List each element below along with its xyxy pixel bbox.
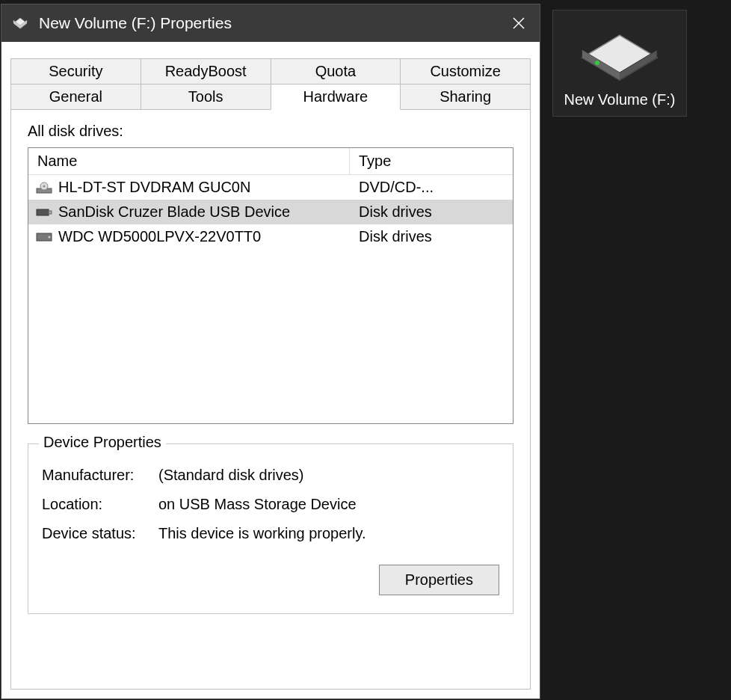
tab-hardware[interactable]: Hardware [271,84,401,110]
desktop-drive-icon[interactable]: New Volume (F:) [553,10,686,116]
hdd-icon [36,230,52,244]
external-drive-icon [575,16,664,84]
properties-button[interactable]: Properties [379,565,499,595]
device-properties-group: Device Properties Manufacturer: (Standar… [28,443,513,614]
all-drives-label: All disk drives: [28,123,513,140]
tab-sharing[interactable]: Sharing [400,84,531,110]
column-header-name[interactable]: Name [28,148,350,174]
tab-quota[interactable]: Quota [271,58,401,85]
drive-type: DVD/CD-... [350,177,513,197]
tab-strip: Security ReadyBoost Quota Customize Gene… [10,58,531,110]
manufacturer-value: (Standard disk drives) [158,467,499,484]
tab-general[interactable]: General [10,84,141,110]
svg-point-10 [49,236,51,238]
usb-drive-icon [36,206,52,219]
drives-listview[interactable]: Name Type HL-DT-ST DVDRAM GUC0N [28,147,513,424]
drive-row[interactable]: WDC WD5000LPVX-22V0TT0 Disk drives [28,224,513,249]
svg-point-14 [595,61,599,65]
close-button[interactable] [498,4,540,42]
tab-tools[interactable]: Tools [141,84,271,110]
location-label: Location: [42,496,158,513]
titlebar: New Volume (F:) Properties [1,4,540,42]
drive-name: HL-DT-ST DVDRAM GUC0N [58,179,250,196]
device-properties-title: Device Properties [39,434,166,451]
window-title: New Volume (F:) Properties [39,14,232,32]
drive-name: SanDisk Cruzer Blade USB Device [58,203,290,221]
properties-dialog: New Volume (F:) Properties Security Read… [1,4,540,699]
drive-icon [12,15,28,31]
tab-content-hardware: All disk drives: Name Type [10,109,531,690]
location-value: on USB Mass Storage Device [158,496,499,513]
optical-drive-icon [36,181,52,194]
manufacturer-label: Manufacturer: [42,467,158,484]
drive-row[interactable]: SanDisk Cruzer Blade USB Device Disk dri… [28,200,513,224]
tab-security[interactable]: Security [10,58,141,85]
tab-readyboost[interactable]: ReadyBoost [141,58,271,85]
tab-customize[interactable]: Customize [400,58,531,85]
drive-type: Disk drives [350,202,513,222]
desktop-drive-label: New Volume (F:) [556,91,683,108]
svg-rect-7 [37,209,49,215]
svg-rect-8 [49,211,52,214]
drive-name: WDC WD5000LPVX-22V0TT0 [58,228,261,245]
status-value: This device is working properly. [158,525,499,542]
dialog-body: Security ReadyBoost Quota Customize Gene… [1,42,540,699]
listview-header: Name Type [28,148,513,175]
column-header-type[interactable]: Type [350,148,513,174]
svg-point-6 [43,185,46,187]
drive-type: Disk drives [350,227,513,247]
drive-row[interactable]: HL-DT-ST DVDRAM GUC0N DVD/CD-... [28,175,513,200]
status-label: Device status: [42,525,158,542]
